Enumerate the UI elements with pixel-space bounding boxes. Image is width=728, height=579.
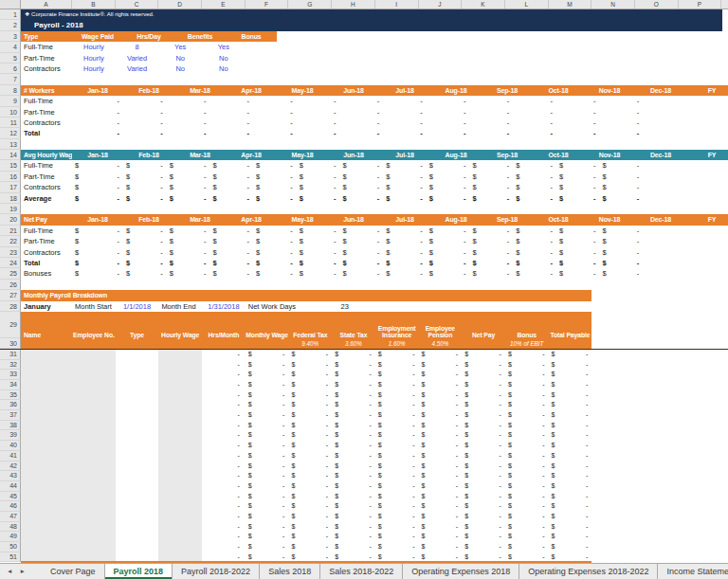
row-label-part-time[interactable]: Part-Time — [21, 236, 72, 246]
column-header-h[interactable]: H — [332, 0, 375, 9]
tab-scroll-left-icon[interactable]: ◄ — [7, 564, 12, 579]
value-cell[interactable]: $- — [123, 258, 167, 268]
value-cell[interactable]: - — [167, 128, 210, 138]
value-cell[interactable]: $- — [427, 160, 470, 171]
payroll-type-cell[interactable] — [116, 421, 159, 431]
payroll-money-cell[interactable]: $- — [246, 441, 289, 451]
payroll-money-cell[interactable]: $- — [462, 370, 505, 380]
payroll-money-cell[interactable]: $- — [462, 410, 505, 421]
payroll-money-cell[interactable]: $- — [375, 370, 419, 380]
payroll-name-cell[interactable] — [21, 471, 72, 481]
value-cell[interactable]: $- — [253, 182, 297, 192]
payroll-hrs-month-cell[interactable]: - — [202, 471, 246, 481]
value-cell[interactable]: $- — [167, 258, 210, 268]
empty-cell[interactable] — [643, 226, 728, 236]
payroll-hrs-month-cell[interactable]: - — [202, 522, 246, 533]
value-cell[interactable]: $- — [72, 172, 123, 182]
payroll-name-cell[interactable] — [21, 461, 72, 472]
type-label-full-time[interactable]: Full-Time — [21, 42, 72, 52]
value-cell[interactable]: $- — [470, 182, 514, 192]
value-cell[interactable]: $- — [556, 172, 600, 182]
value-cell[interactable]: $- — [556, 160, 600, 171]
payroll-money-cell[interactable]: $- — [549, 461, 592, 472]
row-label-contractors[interactable]: Contractors — [21, 182, 72, 192]
column-header-l[interactable]: L — [505, 0, 549, 9]
value-cell[interactable]: - — [209, 96, 253, 106]
empty-cell[interactable] — [592, 552, 721, 563]
value-cell[interactable]: $- — [556, 247, 600, 258]
empty-cell[interactable] — [246, 63, 722, 74]
payroll-money-cell[interactable]: $- — [246, 430, 289, 441]
workers-table-title[interactable]: # Workers — [21, 85, 72, 96]
empty-cell[interactable] — [592, 350, 721, 360]
row-header-46[interactable]: 46 — [0, 501, 21, 512]
row-header-34[interactable]: 34 — [0, 380, 21, 390]
value-cell[interactable]: $- — [339, 193, 383, 204]
payroll-money-cell[interactable]: $- — [419, 501, 463, 512]
payroll-type-cell[interactable] — [116, 512, 159, 522]
value-cell[interactable]: - — [123, 118, 167, 128]
empty-cell[interactable] — [592, 370, 721, 380]
type-value-cell[interactable]: No — [202, 53, 246, 63]
sheet-tab-sales-2018-2022[interactable]: Sales 2018-2022 — [320, 564, 403, 579]
payroll-money-cell[interactable]: $- — [549, 421, 592, 431]
value-cell[interactable]: $- — [556, 236, 600, 246]
value-cell[interactable]: - — [383, 118, 427, 128]
value-cell[interactable]: $- — [339, 247, 383, 258]
payroll-money-cell[interactable]: $- — [246, 390, 289, 401]
value-cell[interactable]: $- — [339, 160, 383, 171]
payroll-hrs-month-cell[interactable]: - — [202, 512, 246, 522]
payroll-employee-no-cell[interactable] — [72, 461, 116, 472]
payroll-money-cell[interactable]: $- — [288, 481, 332, 492]
payroll-hrs-month-cell[interactable]: - — [202, 360, 246, 371]
value-cell[interactable]: $- — [209, 226, 253, 236]
payroll-money-cell[interactable]: $- — [375, 471, 419, 481]
row-header-16[interactable]: 16 — [0, 172, 21, 182]
empty-cell[interactable] — [21, 74, 722, 84]
empty-cell[interactable] — [643, 247, 728, 258]
payroll-money-cell[interactable]: $- — [246, 522, 289, 533]
payroll-type-cell[interactable] — [116, 522, 159, 533]
value-cell[interactable]: - — [556, 118, 600, 128]
payroll-money-cell[interactable]: $- — [549, 501, 592, 512]
month-header[interactable]: Sep-18 — [482, 214, 533, 225]
type-value-cell[interactable]: Varied — [116, 63, 159, 74]
empty-cell[interactable] — [592, 430, 721, 441]
payroll-hourly-wage-cell[interactable] — [158, 360, 202, 371]
payroll-money-cell[interactable]: $- — [419, 461, 463, 472]
value-cell[interactable]: $- — [167, 160, 210, 171]
payroll-hrs-month-cell[interactable]: - — [202, 481, 246, 492]
empty-cell[interactable] — [246, 42, 722, 52]
payroll-money-cell[interactable]: $- — [288, 501, 332, 512]
payroll-money-cell[interactable]: $- — [332, 421, 375, 431]
payroll-employee-no-cell[interactable] — [72, 421, 116, 431]
fy-header[interactable]: FY — [686, 85, 728, 96]
payroll-hourly-wage-cell[interactable] — [158, 461, 202, 472]
payroll-money-cell[interactable]: $- — [549, 430, 592, 441]
payroll-money-cell[interactable]: $- — [332, 532, 375, 542]
column-header-b[interactable]: B — [72, 0, 116, 9]
payroll-money-cell[interactable]: $- — [288, 430, 332, 441]
empty-cell[interactable] — [592, 492, 721, 502]
payroll-name-cell[interactable] — [21, 350, 72, 360]
payroll-hrs-month-cell[interactable]: - — [202, 542, 246, 552]
payroll-money-cell[interactable]: $- — [332, 441, 375, 451]
sheet-tab-income-statement[interactable]: Income Statement ... — [658, 564, 728, 579]
value-cell[interactable]: - — [556, 107, 600, 118]
payroll-money-cell[interactable]: $- — [246, 512, 289, 522]
payroll-money-cell[interactable]: $- — [505, 370, 549, 380]
payroll-type-cell[interactable] — [116, 471, 159, 481]
type-value-cell[interactable]: Yes — [158, 42, 202, 52]
payroll-name-cell[interactable] — [21, 400, 72, 410]
payroll-money-cell[interactable]: $- — [505, 532, 549, 542]
payroll-name-cell[interactable] — [21, 492, 72, 502]
row-header-11[interactable]: 11 — [0, 118, 21, 128]
row-header-20[interactable]: 20 — [0, 214, 21, 225]
payroll-money-cell[interactable]: $- — [288, 350, 332, 360]
payroll-hourly-wage-cell[interactable] — [158, 542, 202, 552]
breakdown-column-header-bonus[interactable]: Bonus10% of EBIT — [505, 312, 549, 349]
value-cell[interactable]: $- — [297, 268, 340, 279]
value-cell[interactable]: $- — [600, 172, 644, 182]
value-cell[interactable]: - — [297, 118, 340, 128]
breakdown-column-header-employee-pension[interactable]: Employee Pension4.50% — [419, 312, 463, 349]
